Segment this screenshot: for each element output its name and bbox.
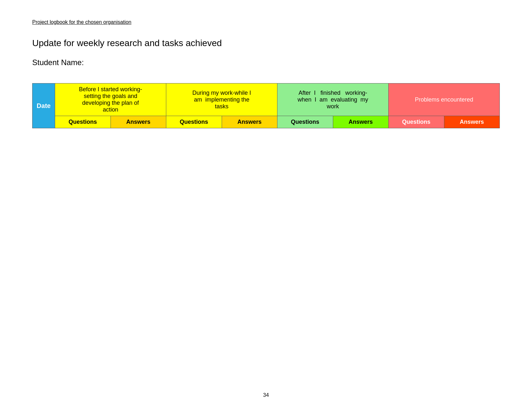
after-answers-label: Answers [333, 116, 389, 128]
during-header: During my work-while I am implementing t… [166, 83, 277, 116]
after-header: After I finished working- when I am eval… [277, 83, 389, 116]
header-row-1: Date Before I started working- setting t… [33, 83, 500, 116]
before-header: Before I started working- setting the go… [55, 83, 166, 116]
during-answers-label: Answers [222, 116, 277, 128]
before-answers-label: Answers [111, 116, 166, 128]
link-title[interactable]: Project logbook for the chosen organisat… [32, 19, 131, 25]
problems-questions-label: Questions [389, 116, 444, 128]
during-questions-label: Questions [166, 116, 222, 128]
date-cell: Date [33, 83, 55, 128]
page-container: Project logbook for the chosen organisat… [0, 0, 532, 148]
header-row-2: Questions Answers Questions Answers Ques… [33, 116, 500, 128]
problems-header: Problems encountered [389, 83, 500, 116]
problems-answers-label: Answers [444, 116, 500, 128]
subtitle: Update for weekly research and tasks ach… [32, 38, 500, 48]
main-table: Date Before I started working- setting t… [32, 83, 500, 128]
student-name-label: Student Name: [32, 58, 500, 67]
page-number: 34 [263, 392, 269, 398]
after-questions-label: Questions [277, 116, 333, 128]
before-questions-label: Questions [55, 116, 111, 128]
